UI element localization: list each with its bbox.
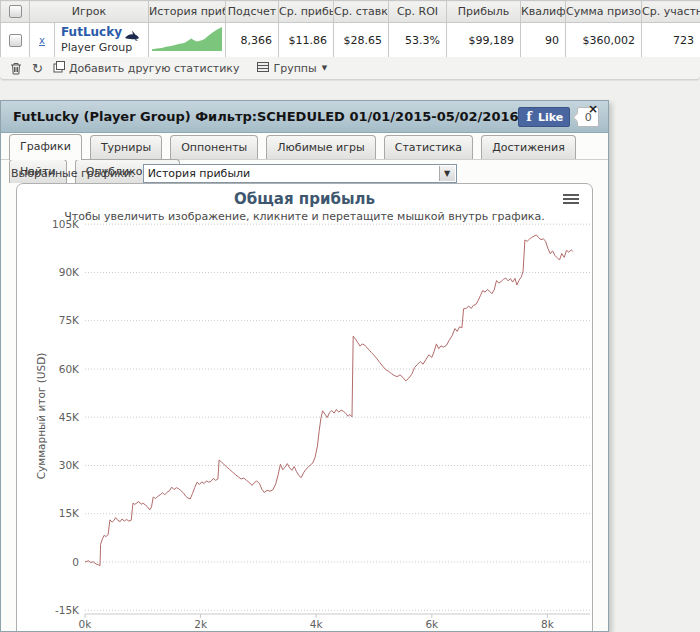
col-avg-roi[interactable]: Ср. ROI (389, 1, 447, 23)
tab-graphs[interactable]: Графики (9, 134, 82, 160)
panel-title: FutLucky (Player Group) Фильтр:SCHEDULED… (13, 109, 519, 124)
graph-select-value: История прибыли (144, 167, 251, 180)
svg-text:0: 0 (72, 556, 79, 568)
col-qualified[interactable]: Квалиф (521, 1, 566, 23)
add-statistic-button[interactable]: Добавить другую статистику (53, 61, 240, 76)
svg-text:6k: 6k (425, 618, 439, 630)
tab-achievements[interactable]: Достижения (481, 135, 576, 159)
dropdown-arrow-icon: ▼ (439, 166, 455, 181)
profit-sparkline[interactable] (152, 25, 222, 52)
like-label: Like (538, 111, 563, 124)
row-checkbox[interactable] (9, 34, 22, 47)
remove-cell: x (30, 23, 55, 58)
profit-history-cell[interactable] (149, 23, 226, 58)
select-all-checkbox[interactable] (9, 5, 22, 18)
player-group-panel: FutLucky (Player Group) Фильтр:SCHEDULED… (0, 100, 609, 632)
tab-tournaments[interactable]: Турниры (90, 135, 162, 159)
close-icon[interactable]: × (588, 102, 598, 116)
graph-select-label: Выбранные графики: (11, 167, 135, 180)
facebook-icon: f (523, 110, 535, 124)
refresh-icon[interactable]: ↻ (32, 61, 43, 76)
svg-text:75K: 75K (59, 314, 80, 326)
toolbar: ↻ Добавить другую статистику Группы ▼ (0, 57, 700, 80)
table-row: x FutLucky Player Group 8,366 $11.86 $28… (1, 23, 700, 58)
avg-stake-value: $28.65 (334, 23, 389, 58)
avg-roi-value: 53.3% (389, 23, 447, 58)
copy-plus-icon (53, 61, 65, 76)
profit-value: $99,189 (447, 23, 521, 58)
tab-statistics[interactable]: Статистика (384, 135, 473, 159)
svg-text:45K: 45K (59, 411, 80, 423)
svg-text:0k: 0k (79, 618, 93, 630)
col-count[interactable]: Подсчет (226, 1, 279, 23)
svg-text:30K: 30K (59, 459, 80, 471)
svg-text:90K: 90K (59, 266, 80, 278)
header-checkbox-cell (1, 1, 30, 23)
col-player[interactable]: Игрок (30, 1, 149, 23)
drive-icon (257, 61, 269, 76)
col-avg-entrants[interactable]: Ср. участников (642, 1, 700, 23)
profit-chart-container: Общая прибыль Чтобы увеличить изображени… (16, 183, 593, 632)
tab-favorite-games[interactable]: Любимые игры (266, 135, 375, 159)
svg-text:105K: 105K (52, 218, 80, 230)
count-value: 8,366 (226, 23, 279, 58)
graph-select-row: Выбранные графики: История прибыли ▼ (11, 164, 457, 183)
qualified-value: 90 (521, 23, 566, 58)
profit-chart-plot[interactable]: 105K90K75K60K45K30K15K0-15K0k2k4k6k8k (17, 184, 593, 632)
col-avg-profit[interactable]: Ср. прибы (279, 1, 334, 23)
avg-profit-value: $11.86 (279, 23, 334, 58)
graph-select-dropdown[interactable]: История прибыли ▼ (143, 164, 457, 183)
groups-button[interactable]: Группы ▼ (257, 61, 327, 76)
shark-icon (124, 29, 140, 45)
svg-text:60K: 60K (59, 363, 80, 375)
svg-text:8k: 8k (541, 618, 555, 630)
stats-header-row: Игрок История прибы Подсчет Ср. прибы Ср… (1, 1, 700, 23)
row-checkbox-cell (1, 23, 30, 58)
svg-text:4k: 4k (310, 618, 324, 630)
prize-sum-value: $360,002 (566, 23, 642, 58)
col-prize-sum[interactable]: Сумма призо (566, 1, 642, 23)
chevron-down-icon: ▼ (322, 64, 327, 72)
player-type-label: Player Group (61, 41, 132, 54)
groups-label: Группы (273, 62, 316, 75)
remove-row-link[interactable]: x (39, 35, 45, 46)
tab-opponents[interactable]: Оппоненты (170, 135, 258, 159)
player-cell: FutLucky Player Group (55, 23, 149, 58)
svg-text:15K: 15K (59, 507, 80, 519)
col-avg-stake[interactable]: Ср. ставка (334, 1, 389, 23)
col-profit[interactable]: Прибыль (447, 1, 521, 23)
panel-titlebar[interactable]: FutLucky (Player Group) Фильтр:SCHEDULED… (1, 101, 608, 133)
add-statistic-label: Добавить другую статистику (69, 62, 240, 75)
avg-entrants-value: 723 (642, 23, 700, 58)
facebook-like-button[interactable]: f Like (518, 107, 570, 127)
stats-table: Игрок История прибы Подсчет Ср. прибы Ср… (0, 0, 700, 58)
panel-tabs: Графики Турниры Оппоненты Любимые игры С… (1, 134, 608, 160)
trash-icon[interactable] (10, 62, 22, 75)
svg-text:-15K: -15K (55, 604, 80, 616)
svg-text:2k: 2k (194, 618, 208, 630)
player-name-link[interactable]: FutLucky (61, 25, 122, 39)
col-profit-history[interactable]: История прибы (149, 1, 226, 23)
